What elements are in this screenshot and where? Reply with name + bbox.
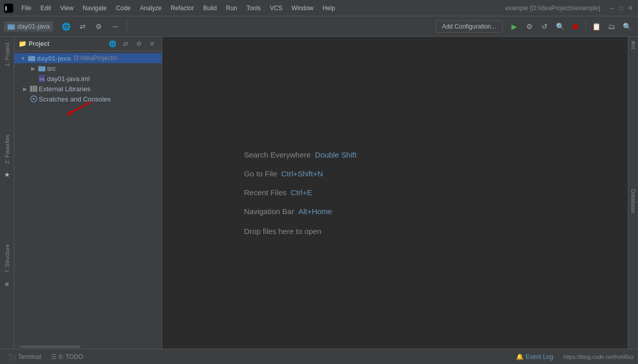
run-button[interactable]: ▶	[507, 19, 521, 34]
shortcut-recent[interactable]: Recent Files Ctrl+E	[244, 188, 312, 197]
svg-text:IML: IML	[39, 77, 45, 81]
minimize-button[interactable]: ─	[608, 5, 616, 12]
sync-icon[interactable]: 🌐	[59, 19, 73, 34]
sidebar-item-project[interactable]: 1: Project	[4, 39, 10, 70]
database-label[interactable]: Database	[630, 185, 636, 217]
file-tree: ▼ day01-java D:\IdeaProjects\ ▶	[14, 51, 162, 345]
extlibs-arrow-icon: ▶	[21, 85, 29, 92]
toolbar-right: ▶ ⚙ ↺ 🔍 ⏹ 📋 🗂 🔍	[507, 19, 634, 34]
menu-view[interactable]: View	[56, 4, 78, 13]
iml-label: day01-java.iml	[47, 75, 90, 83]
shortcut-goto[interactable]: Go to File Ctrl+Shift+N	[244, 169, 323, 178]
project-label: day01-java	[4, 21, 53, 32]
menu-analyze[interactable]: Analyze	[136, 4, 166, 13]
project-folder-icon	[7, 22, 15, 31]
svg-text:I: I	[5, 5, 7, 12]
favorites-pin-icon: ★	[2, 169, 13, 180]
menu-vcs[interactable]: VCS	[266, 4, 287, 13]
terminal-icon: ⬛	[8, 353, 16, 360]
tree-item-root[interactable]: ▼ day01-java D:\IdeaProjects\	[14, 53, 162, 63]
recent-key: Ctrl+E	[290, 188, 312, 197]
root-path: D:\IdeaProjects\	[74, 55, 117, 62]
svg-rect-11	[33, 86, 35, 92]
toolbar: day01-java 🌐 ⇄ ⚙ ─ Add Configuration... …	[0, 16, 638, 37]
stop-button[interactable]: ⏹	[568, 19, 582, 34]
menu-code[interactable]: Code	[112, 4, 135, 13]
coverage-button[interactable]: ⚙	[522, 19, 536, 34]
panel-title: Project	[29, 40, 105, 47]
event-log-icon: 🔔	[516, 353, 524, 360]
bookmarks-icon[interactable]: 🗂	[604, 19, 619, 34]
panel-folder-icon: 📁	[18, 40, 27, 47]
root-folder-icon	[28, 54, 36, 62]
tree-item-external-libs[interactable]: ▶ External Libraries	[14, 84, 162, 94]
menu-edit[interactable]: Edit	[36, 4, 55, 13]
sidebar-item-favorites[interactable]: 2: Favorites	[4, 131, 10, 168]
drop-label: Drop files here to open	[244, 227, 322, 236]
menu-file[interactable]: File	[17, 4, 35, 13]
src-folder-icon	[38, 64, 46, 72]
left-sidebar-strip: 1: Project 2: Favorites ★ 7: Structure ≡	[0, 37, 14, 349]
add-configuration-button[interactable]: Add Configuration...	[435, 20, 503, 33]
search-everywhere-icon[interactable]: 🔍	[620, 19, 634, 34]
tree-item-scratches[interactable]: ▶ Scratches and Consoles	[14, 94, 162, 104]
menu-run[interactable]: Run	[222, 4, 241, 13]
build-icon[interactable]: 📋	[589, 19, 603, 34]
menu-window[interactable]: Window	[287, 4, 317, 13]
tree-item-iml[interactable]: ▶ IML day01-java.iml	[14, 73, 162, 84]
terminal-tab[interactable]: ⬛ Terminal	[4, 352, 45, 361]
svg-rect-10	[30, 86, 32, 92]
terminal-label: Terminal	[18, 353, 41, 360]
debug-button[interactable]: ↺	[537, 19, 552, 34]
nav-label: Navigation Bar	[244, 207, 294, 216]
project-name: day01-java	[17, 22, 50, 30]
tree-item-src[interactable]: ▶ src	[14, 63, 162, 73]
recent-label: Recent Files	[244, 188, 286, 197]
settings-icon[interactable]: ⚙	[92, 19, 106, 34]
shortcut-nav[interactable]: Navigation Bar Alt+Home	[244, 207, 332, 216]
svg-rect-5	[28, 56, 31, 57]
toolbar-separator	[127, 20, 127, 33]
menu-refactor[interactable]: Refactor	[167, 4, 198, 13]
todo-label: 6: TODO	[59, 353, 83, 360]
svg-rect-3	[8, 24, 11, 25]
scratches-icon	[30, 95, 38, 103]
panel-scrollbar[interactable]	[14, 345, 162, 349]
scratches-label: Scratches and Consoles	[39, 95, 111, 103]
event-log[interactable]: 🔔 Event Log	[516, 353, 553, 360]
svg-rect-4	[28, 56, 35, 61]
window-title: example [D:\IdeaProjects\example]	[505, 5, 600, 12]
menu-build[interactable]: Build	[199, 4, 221, 13]
panel-scroll-icon[interactable]: ⇄	[120, 38, 131, 49]
goto-label: Go to File	[244, 169, 277, 178]
todo-icon: ☰	[51, 353, 57, 360]
close-button[interactable]: ✕	[627, 5, 634, 12]
panel-globe-icon[interactable]: 🌐	[107, 38, 118, 49]
scroll-icon[interactable]: ⇄	[76, 19, 90, 34]
src-arrow-icon: ▶	[30, 65, 37, 72]
src-label: src	[47, 65, 56, 72]
project-panel: 📁 Project 🌐 ⇄ ⚙ ✕ ▼ day01-java D:\IdeaPr…	[14, 37, 162, 349]
extlibs-icon	[30, 85, 38, 93]
content-area: Search Everywhere Double Shift Go to Fil…	[162, 37, 628, 349]
svg-rect-2	[8, 24, 15, 30]
panel-close-icon[interactable]: ✕	[146, 38, 158, 49]
menu-navigate[interactable]: Navigate	[79, 4, 111, 13]
menu-help[interactable]: Help	[318, 4, 339, 13]
menu-tools[interactable]: Tools	[242, 4, 265, 13]
svg-point-14	[33, 98, 35, 100]
todo-tab[interactable]: ☰ 6: TODO	[47, 352, 87, 361]
panel-settings-icon[interactable]: ⚙	[133, 38, 144, 49]
maximize-button[interactable]: □	[618, 5, 625, 12]
ant-label[interactable]: Ant	[630, 37, 636, 54]
profile-button[interactable]: 🔍	[553, 19, 567, 34]
extlibs-label: External Libraries	[39, 85, 90, 93]
collapse-icon[interactable]: ─	[108, 19, 122, 34]
iml-file-icon: IML	[38, 74, 46, 83]
title-bar: I File Edit View Navigate Code Analyze R…	[0, 0, 638, 16]
structure-icon: ≡	[2, 278, 13, 290]
svg-rect-6	[38, 66, 45, 71]
right-sidebar-strip: Ant Database	[628, 37, 638, 349]
sidebar-item-structure[interactable]: 7: Structure	[4, 240, 10, 277]
shortcut-search[interactable]: Search Everywhere Double Shift	[244, 150, 357, 159]
